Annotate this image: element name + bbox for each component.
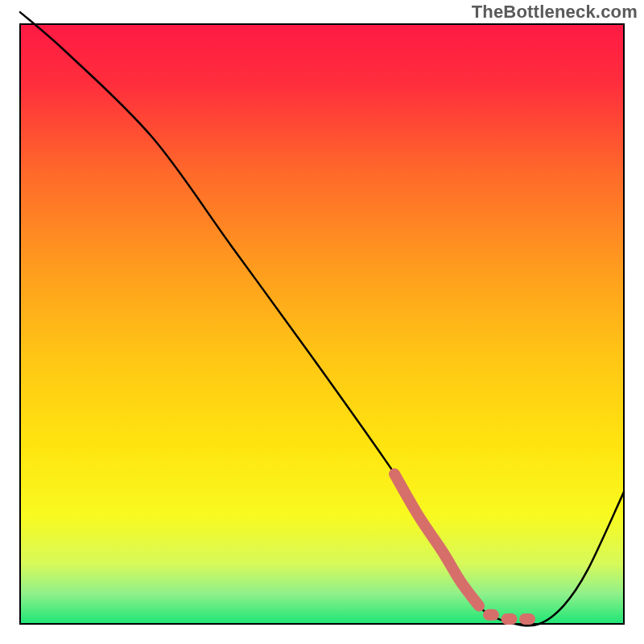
chart-container: TheBottleneck.com: [0, 0, 644, 644]
bottleneck-chart: [0, 0, 644, 644]
highlight-dots: [489, 615, 530, 619]
plot-area: [20, 24, 624, 624]
